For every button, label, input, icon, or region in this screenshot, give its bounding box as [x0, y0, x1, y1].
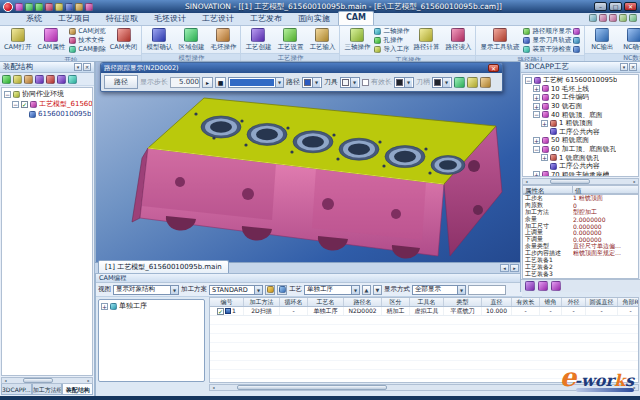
- ribbon-button[interactable]: [573, 45, 582, 54]
- filter-input[interactable]: [468, 285, 506, 295]
- row-checkbox-icon[interactable]: ✓: [217, 308, 224, 315]
- ribbon-button[interactable]: [573, 36, 582, 45]
- path-button[interactable]: 路径: [104, 75, 138, 89]
- column-header[interactable]: 加工方法: [244, 298, 280, 306]
- ribbon-button[interactable]: 技术文件: [69, 36, 106, 45]
- column-header[interactable]: 外径: [562, 298, 586, 306]
- menu-item-3[interactable]: 毛坯设计: [146, 11, 194, 25]
- up-arrow-icon[interactable]: [480, 77, 491, 88]
- path-color-select[interactable]: ▼: [302, 77, 322, 88]
- checkbox-icon[interactable]: ✓: [21, 101, 28, 108]
- ribbon-button[interactable]: 三轴操作: [342, 27, 372, 52]
- delete-icon[interactable]: [65, 3, 73, 11]
- process-tree-hscrollbar[interactable]: ◂▸: [522, 178, 639, 185]
- expander-icon[interactable]: −: [12, 101, 19, 108]
- menu-item-1[interactable]: 工艺项目: [50, 11, 98, 25]
- tree-item[interactable]: −协同作业环境: [2, 89, 92, 99]
- effective-length-checkbox[interactable]: [362, 79, 369, 86]
- ribbon-button[interactable]: 工艺创建: [243, 27, 273, 52]
- ribbon-button[interactable]: 装置干涉检查: [523, 45, 571, 54]
- column-header[interactable]: 圆弧直径: [586, 298, 618, 306]
- help-icon[interactable]: [609, 14, 617, 22]
- ribbon-button[interactable]: 工艺输入: [307, 27, 337, 52]
- ribbon-button[interactable]: 显示工具轨迹: [478, 27, 521, 52]
- expander-icon[interactable]: +: [541, 120, 548, 127]
- ribbon-button[interactable]: 工艺设置: [275, 27, 305, 52]
- expander-icon[interactable]: +: [541, 154, 548, 161]
- column-header[interactable]: 有效长: [512, 298, 540, 306]
- ribbon-button[interactable]: CAM删除: [69, 45, 106, 54]
- column-header[interactable]: 工艺名: [308, 298, 344, 306]
- tree-item[interactable]: −✓工艺模型_61560010095b: [2, 99, 92, 109]
- column-header[interactable]: 区分: [382, 298, 410, 306]
- ribbon-button[interactable]: 路径读入: [443, 27, 473, 52]
- ribbon-button[interactable]: 模型确认: [144, 27, 174, 52]
- ribbon-button[interactable]: CAM属性: [36, 27, 68, 52]
- redo-icon[interactable]: [55, 3, 63, 11]
- view-icon[interactable]: [589, 14, 597, 22]
- viewport-tab[interactable]: [1] 工艺模型_61560010095b.main: [98, 260, 229, 273]
- tree-item[interactable]: 61560010095b: [2, 109, 92, 119]
- expander-icon[interactable]: −: [533, 146, 540, 153]
- tool-color-select[interactable]: ▼: [340, 77, 360, 88]
- move-up-icon[interactable]: ▲: [362, 285, 371, 295]
- display-mode-select[interactable]: 全部显示▼: [412, 285, 466, 295]
- dialog-close-icon[interactable]: ✕: [488, 64, 499, 72]
- measure-icon[interactable]: [35, 75, 44, 84]
- left-panel-tab-1[interactable]: 加工方法组: [32, 384, 63, 395]
- ribbon-button[interactable]: 毛坯操作: [208, 27, 238, 52]
- column-header[interactable]: 路径名: [344, 298, 382, 306]
- expander-icon[interactable]: +: [533, 137, 540, 144]
- column-header[interactable]: 锥角: [540, 298, 562, 306]
- expander-icon[interactable]: +: [533, 85, 540, 92]
- column-header[interactable]: 直径: [482, 298, 512, 306]
- assembly-hscrollbar[interactable]: ◂▸: [1, 377, 93, 384]
- ribbon-button[interactable]: 导入工序: [374, 45, 409, 54]
- maximize-button[interactable]: □: [609, 2, 622, 11]
- panel-pin-icon[interactable]: ▾: [620, 63, 628, 71]
- expander-icon[interactable]: −: [525, 77, 532, 84]
- menu-item-4[interactable]: 工艺设计: [194, 11, 242, 25]
- menu-item-6[interactable]: 面向实施: [290, 11, 338, 25]
- save-icon[interactable]: [35, 3, 43, 11]
- column-header[interactable]: 循环名: [280, 298, 308, 306]
- refresh-icon[interactable]: [538, 281, 548, 291]
- play-icon[interactable]: ▸: [202, 77, 213, 88]
- menu-item-0[interactable]: 系统: [18, 11, 50, 25]
- view-select[interactable]: 显示对象结构▼: [113, 285, 179, 295]
- stop-icon[interactable]: ■: [215, 77, 226, 88]
- step-input[interactable]: [170, 77, 200, 88]
- edit-icon[interactable]: [265, 285, 275, 295]
- minimize-button[interactable]: –: [594, 2, 607, 11]
- column-header[interactable]: 工具名: [410, 298, 444, 306]
- verify-icon[interactable]: [454, 77, 465, 88]
- pin-icon[interactable]: [629, 14, 637, 22]
- column-header[interactable]: 角部R: [618, 298, 639, 306]
- panel-close-icon[interactable]: ✕: [629, 63, 637, 71]
- ribbon-button[interactable]: NC确认: [619, 27, 640, 52]
- process-select[interactable]: 单独工序▼: [304, 285, 360, 295]
- menu-item-5[interactable]: 工艺发布: [242, 11, 290, 25]
- ribbon-button[interactable]: CAM打开: [2, 27, 34, 52]
- column-header[interactable]: 编号: [210, 298, 244, 306]
- tree-item[interactable]: +单独工序: [99, 301, 204, 311]
- pin-up-icon[interactable]: [551, 281, 561, 291]
- open-file-icon[interactable]: [25, 3, 33, 11]
- section-icon[interactable]: [467, 77, 478, 88]
- ribbon-button[interactable]: [573, 27, 582, 36]
- expander-icon[interactable]: −: [4, 91, 11, 98]
- tab-scroll-left-icon[interactable]: ◂: [500, 264, 509, 272]
- export-icon[interactable]: [24, 75, 33, 84]
- close-button[interactable]: ✕: [624, 2, 637, 11]
- menu-item-7[interactable]: CAM: [338, 11, 374, 25]
- palette-icon[interactable]: [68, 75, 77, 84]
- new-file-icon[interactable]: [15, 3, 23, 11]
- copy-icon[interactable]: [277, 285, 287, 295]
- panel-pin-icon[interactable]: ▾: [74, 63, 82, 71]
- minimize-ribbon-icon[interactable]: [619, 14, 627, 22]
- pencil-icon[interactable]: [57, 75, 66, 84]
- table-row[interactable]: ✓12D扫描-单独工序N2D0002精加工虚拟工具平底铣刀10.000-----…: [210, 307, 638, 316]
- 3d-viewport[interactable]: [95, 62, 520, 262]
- highlight-icon[interactable]: [75, 3, 83, 11]
- ribbon-button[interactable]: CAM浏览: [69, 27, 106, 36]
